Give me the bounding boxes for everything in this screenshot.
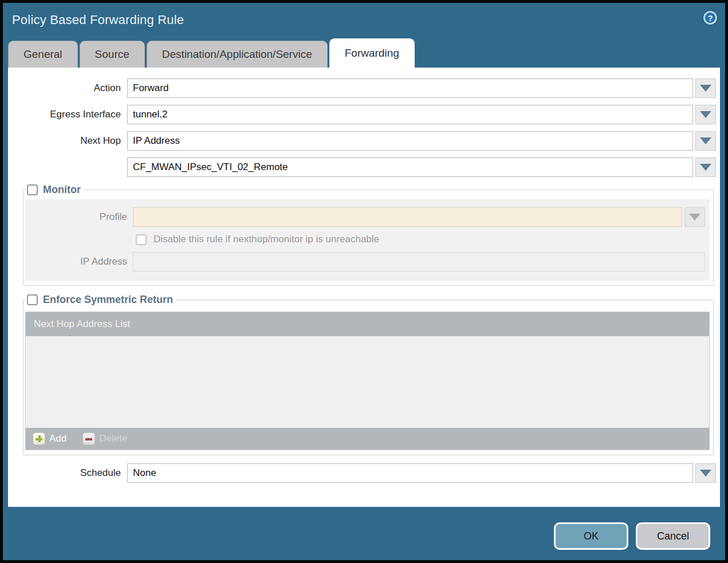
schedule-dropdown-button[interactable]	[695, 463, 716, 483]
monitor-group: Monitor Profile Disable this rule if nex…	[23, 184, 714, 286]
next-hop-address-list-table: Next Hop Address List Add Delete	[25, 312, 710, 450]
monitor-checkbox[interactable]	[27, 184, 38, 195]
chevron-down-icon	[700, 164, 711, 171]
next-hop-address-row: CF_MWAN_IPsec_VTI_02_Remote	[8, 158, 716, 177]
enforce-symmetric-return-legend-label: Enforce Symmetric Return	[43, 294, 173, 306]
chevron-down-icon	[700, 85, 711, 92]
add-button-label: Add	[49, 433, 66, 444]
add-button[interactable]: Add	[33, 432, 66, 445]
dialog-title: Policy Based Forwarding Rule	[12, 13, 184, 27]
chevron-down-icon	[700, 470, 711, 477]
chevron-down-icon	[700, 137, 711, 144]
next-hop-address-list-body	[26, 336, 709, 428]
tab-source[interactable]: Source	[80, 41, 145, 68]
policy-based-forwarding-dialog: Policy Based Forwarding Rule ? General S…	[0, 0, 728, 563]
profile-dropdown-button[interactable]	[684, 207, 705, 227]
profile-label: Profile	[25, 211, 133, 223]
next-hop-address-dropdown-button[interactable]	[695, 158, 716, 177]
monitor-panel: Profile Disable this rule if nexthop/mon…	[25, 199, 710, 281]
tab-bar: General Source Destination/Application/S…	[8, 37, 725, 68]
help-glyph: ?	[707, 13, 713, 23]
schedule-row: Schedule None	[8, 463, 716, 483]
next-hop-address-list-toolbar: Add Delete	[26, 428, 709, 450]
disable-rule-row: Disable this rule if nexthop/monitor ip …	[136, 234, 710, 245]
egress-interface-dropdown-field[interactable]: tunnel.2	[127, 105, 693, 124]
action-label: Action	[8, 82, 127, 94]
monitor-ip-address-input[interactable]	[133, 252, 705, 271]
forwarding-tab-content: Action Forward Egress Interface tunnel.2…	[8, 68, 720, 507]
enforce-symmetric-return-checkbox[interactable]	[27, 294, 38, 305]
action-row: Action Forward	[8, 78, 716, 98]
ok-button[interactable]: OK	[554, 522, 628, 550]
spacer	[8, 286, 716, 294]
egress-interface-dropdown-button[interactable]	[695, 105, 716, 124]
enforce-symmetric-return-legend: Enforce Symmetric Return	[26, 294, 176, 306]
next-hop-label: Next Hop	[8, 135, 127, 147]
chevron-down-icon	[700, 111, 711, 118]
enforce-symmetric-return-group: Enforce Symmetric Return Next Hop Addres…	[23, 294, 714, 455]
delete-button[interactable]: Delete	[82, 432, 127, 445]
minus-icon	[82, 432, 95, 445]
dialog-footer: OK Cancel	[3, 507, 725, 563]
action-dropdown-button[interactable]	[695, 78, 716, 98]
monitor-ip-address-row: IP Address	[25, 252, 710, 271]
next-hop-address-list-header: Next Hop Address List	[26, 312, 709, 336]
tab-general[interactable]: General	[8, 41, 78, 68]
profile-row: Profile	[25, 207, 710, 227]
next-hop-type-dropdown-button[interactable]	[695, 131, 716, 151]
next-hop-address-dropdown-field[interactable]: CF_MWAN_IPsec_VTI_02_Remote	[127, 158, 693, 177]
profile-dropdown-field[interactable]	[133, 207, 682, 227]
disable-rule-checkbox[interactable]	[136, 234, 147, 245]
delete-button-label: Delete	[99, 433, 127, 444]
egress-interface-row: Egress Interface tunnel.2	[8, 105, 716, 124]
dialog-titlebar: Policy Based Forwarding Rule	[3, 3, 725, 37]
spacer	[8, 455, 716, 463]
monitor-legend-label: Monitor	[43, 184, 81, 196]
tab-forwarding[interactable]: Forwarding	[329, 38, 415, 68]
plus-icon	[33, 432, 45, 445]
action-dropdown-field[interactable]: Forward	[127, 78, 693, 98]
tab-destination-application-service[interactable]: Destination/Application/Service	[147, 41, 328, 68]
help-icon[interactable]: ?	[703, 11, 717, 25]
next-hop-type-dropdown-field[interactable]: IP Address	[127, 131, 693, 151]
chevron-down-icon	[689, 214, 701, 221]
monitor-ip-address-label: IP Address	[25, 256, 133, 267]
next-hop-address-list-header-label: Next Hop Address List	[34, 318, 130, 330]
disable-rule-label: Disable this rule if nexthop/monitor ip …	[154, 234, 379, 245]
cancel-button[interactable]: Cancel	[636, 522, 710, 550]
schedule-label: Schedule	[8, 467, 127, 479]
schedule-dropdown-field[interactable]: None	[127, 463, 693, 483]
next-hop-row: Next Hop IP Address	[8, 131, 716, 151]
egress-interface-label: Egress Interface	[8, 109, 127, 120]
monitor-legend: Monitor	[26, 184, 84, 196]
